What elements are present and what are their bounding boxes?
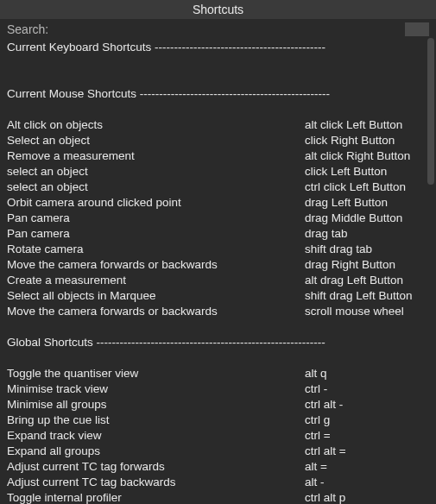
shortcut-action: Pan camera xyxy=(7,226,305,242)
shortcut-key: drag Right Button xyxy=(305,257,429,273)
window-title: Shortcuts xyxy=(0,0,436,19)
shortcut-action: Remove a measurement xyxy=(7,148,305,164)
spacer xyxy=(7,71,429,86)
shortcut-key: click Right Button xyxy=(305,133,429,148)
shortcut-action: Expand all groups xyxy=(7,444,305,459)
shortcuts-content: Current Keyboard Shortcuts -------------… xyxy=(0,40,436,504)
shortcut-action: select an object xyxy=(7,164,305,180)
shortcut-action: Rotate camera xyxy=(7,242,305,257)
section-mouse-header: Current Mouse Shortcuts ----------------… xyxy=(7,86,429,102)
shortcut-row: select an objectctrl click Left Button xyxy=(7,180,429,195)
shortcut-row: Alt click on objectsalt click Left Butto… xyxy=(7,117,429,133)
shortcut-key: alt click Right Button xyxy=(305,148,429,164)
shortcut-action: Select all objects in Marquee xyxy=(7,288,305,304)
shortcut-row: Rotate camerashift drag tab xyxy=(7,242,429,257)
shortcut-action: Create a measurement xyxy=(7,273,305,288)
spacer xyxy=(7,350,429,366)
shortcut-action: Move the camera forwards or backwards xyxy=(7,257,305,273)
shortcut-action: Expand track view xyxy=(7,428,305,444)
shortcut-row: Minimise track viewctrl - xyxy=(7,381,429,397)
shortcut-action: Adjust current TC tag backwards xyxy=(7,475,305,490)
shortcut-key: alt q xyxy=(305,366,429,381)
shortcut-key: alt click Left Button xyxy=(305,117,429,133)
shortcut-key: ctrl alt p xyxy=(305,490,429,504)
shortcut-row: Move the camera forwards or backwardsscr… xyxy=(7,304,429,319)
shortcut-action: Alt click on objects xyxy=(7,117,305,133)
shortcut-action: Toggle the quantiser view xyxy=(7,366,305,381)
shortcut-key: ctrl - xyxy=(305,381,429,397)
search-end-box xyxy=(405,22,429,36)
shortcut-action: Select an object xyxy=(7,133,305,148)
shortcut-action: Bring up the cue list xyxy=(7,413,305,428)
shortcut-row: Select an objectclick Right Button xyxy=(7,133,429,148)
shortcut-key: ctrl = xyxy=(305,428,429,444)
shortcut-key: drag Left Button xyxy=(305,195,429,211)
scrollbar-thumb[interactable] xyxy=(427,38,434,185)
spacer xyxy=(7,55,429,71)
shortcut-key: ctrl alt = xyxy=(305,444,429,459)
shortcut-row: Minimise all groupsctrl alt - xyxy=(7,397,429,413)
shortcut-action: Orbit camera around clicked point xyxy=(7,195,305,211)
shortcut-row: Select all objects in Marqueeshift drag … xyxy=(7,288,429,304)
shortcut-row: Expand track viewctrl = xyxy=(7,428,429,444)
shortcut-key: alt - xyxy=(305,475,429,490)
shortcut-key: scroll mouse wheel xyxy=(305,304,429,319)
shortcut-key: click Left Button xyxy=(305,164,429,180)
shortcut-row: Adjust current TC tag backwardsalt - xyxy=(7,475,429,490)
shortcut-key: shift drag Left Button xyxy=(305,288,429,304)
shortcut-key: ctrl alt - xyxy=(305,397,429,413)
search-input[interactable] xyxy=(54,22,400,37)
shortcut-row: Pan cameradrag Middle Button xyxy=(7,211,429,226)
shortcut-row: Toggle internal profilerctrl alt p xyxy=(7,490,429,504)
section-global-header: Global Shortcuts -----------------------… xyxy=(7,335,429,350)
search-label: Search: xyxy=(7,22,48,36)
shortcut-row: Expand all groupsctrl alt = xyxy=(7,444,429,459)
shortcut-row: Toggle the quantiser viewalt q xyxy=(7,366,429,381)
shortcut-action: Adjust current TC tag forwards xyxy=(7,459,305,475)
shortcut-row: Move the camera forwards or backwardsdra… xyxy=(7,257,429,273)
shortcut-action: Move the camera forwards or backwards xyxy=(7,304,305,319)
shortcut-key: ctrl g xyxy=(305,413,429,428)
shortcut-row: Bring up the cue listctrl g xyxy=(7,413,429,428)
spacer xyxy=(7,102,429,117)
shortcut-row: Remove a measurementalt click Right Butt… xyxy=(7,148,429,164)
shortcut-action: Toggle internal profiler xyxy=(7,490,305,504)
shortcut-key: ctrl click Left Button xyxy=(305,180,429,195)
shortcut-key: shift drag tab xyxy=(305,242,429,257)
shortcut-key: drag Middle Button xyxy=(305,211,429,226)
shortcut-row: Orbit camera around clicked pointdrag Le… xyxy=(7,195,429,211)
section-keyboard-header: Current Keyboard Shortcuts -------------… xyxy=(7,40,429,55)
shortcut-row: select an objectclick Left Button xyxy=(7,164,429,180)
shortcut-action: Pan camera xyxy=(7,211,305,226)
shortcut-row: Adjust current TC tag forwardsalt = xyxy=(7,459,429,475)
spacer xyxy=(7,319,429,335)
shortcut-row: Pan cameradrag tab xyxy=(7,226,429,242)
shortcut-key: alt = xyxy=(305,459,429,475)
shortcut-action: Minimise track view xyxy=(7,381,305,397)
shortcut-action: select an object xyxy=(7,180,305,195)
shortcut-action: Minimise all groups xyxy=(7,397,305,413)
shortcut-key: alt drag Left Button xyxy=(305,273,429,288)
shortcut-row: Create a measurementalt drag Left Button xyxy=(7,273,429,288)
shortcut-key: drag tab xyxy=(305,226,429,242)
search-row: Search: xyxy=(0,19,436,40)
